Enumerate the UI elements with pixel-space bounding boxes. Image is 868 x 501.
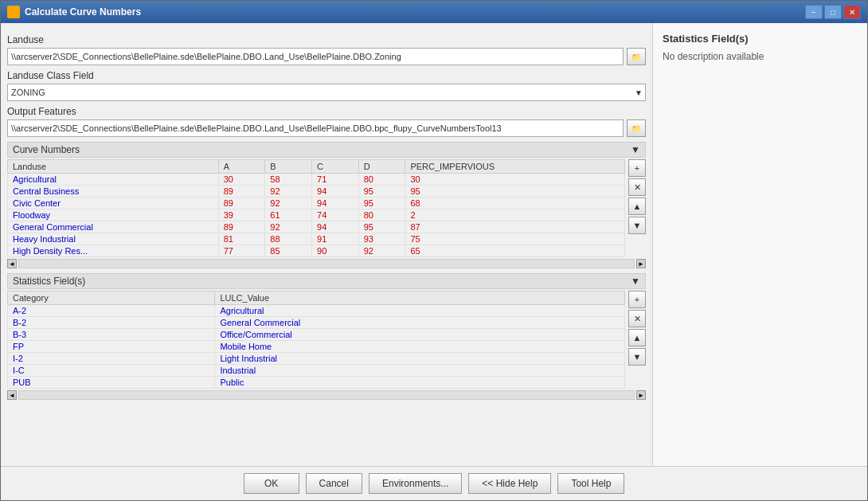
ok-button[interactable]: OK — [244, 473, 299, 494]
hide-help-button[interactable]: << Hide Help — [468, 473, 551, 494]
table-row: A-2Agricultural — [8, 305, 625, 317]
right-panel: Statistics Field(s) No description avail… — [652, 23, 867, 466]
output-features-browse-button[interactable]: 📁 — [627, 119, 646, 137]
close-button[interactable]: ✕ — [843, 5, 861, 19]
landuse-input[interactable] — [7, 48, 624, 65]
tool-help-button[interactable]: Tool Help — [557, 473, 624, 494]
table-cell: 94 — [312, 186, 359, 198]
curve-numbers-down-button[interactable]: ▼ — [628, 217, 646, 234]
table-row: Agricultural3058718030 — [8, 174, 625, 186]
landuse-class-field-label: Landuse Class Field — [7, 70, 646, 81]
table-cell: B-3 — [8, 329, 215, 341]
table-row: FPMobile Home — [8, 341, 625, 353]
table-cell: Heavy Industrial — [8, 233, 219, 245]
statistics-fields-scroll[interactable]: CategoryLULC_Value A-2AgriculturalB-2Gen… — [7, 291, 625, 389]
curve-numbers-arrow: ▼ — [631, 144, 640, 155]
table-cell: 88 — [265, 233, 312, 245]
table-row: Central Business8992949595 — [8, 186, 625, 198]
table-row: I-2Light Industrial — [8, 353, 625, 365]
table-row: I-CIndustrial — [8, 365, 625, 377]
landuse-class-field-row: ▼ — [7, 84, 646, 101]
table-cell: I-2 — [8, 353, 215, 365]
curve-numbers-header: Curve Numbers ▼ — [7, 142, 646, 158]
output-features-label: Output Features — [7, 106, 646, 117]
environments-button[interactable]: Environments... — [369, 473, 462, 494]
statistics-fields-label: Statistics Field(s) — [13, 276, 85, 287]
curve-numbers-add-button[interactable]: + — [628, 159, 646, 177]
curve-numbers-section: Curve Numbers ▼ LanduseABCDPERC_IMPERVIO… — [7, 142, 646, 268]
table-cell: General Commercial — [215, 317, 625, 329]
minimize-button[interactable]: − — [805, 5, 823, 19]
table-cell: 89 — [218, 221, 265, 233]
stats-hscrollbar[interactable] — [18, 390, 635, 400]
landuse-browse-button[interactable]: 📁 — [627, 48, 646, 65]
table-cell: 87 — [405, 221, 625, 233]
landuse-class-field-input[interactable] — [7, 84, 646, 101]
left-panel: Landuse 📁 Landuse Class Field ▼ Output F… — [1, 23, 652, 466]
bottom-bar: OK Cancel Environments... << Hide Help T… — [1, 466, 867, 500]
table-row: Heavy Industrial8188919375 — [8, 233, 625, 245]
table-cell: Industrial — [215, 365, 625, 377]
curve-numbers-col-perc-impervious: PERC_IMPERVIOUS — [405, 160, 625, 174]
table-cell: General Commercial — [8, 221, 219, 233]
main-window: Calculate Curve Numbers − □ ✕ Landuse 📁 … — [0, 0, 868, 501]
table-row: Floodway396174802 — [8, 209, 625, 221]
table-cell: Central Business — [8, 186, 219, 198]
table-row: Civic Center8992949568 — [8, 198, 625, 209]
table-cell: Light Industrial — [215, 353, 625, 365]
stats-scroll-left[interactable]: ◄ — [7, 390, 17, 400]
curve-numbers-table: LanduseABCDPERC_IMPERVIOUS Agricultural3… — [7, 159, 625, 257]
title-bar: Calculate Curve Numbers − □ ✕ — [1, 1, 867, 23]
table-cell: 77 — [218, 245, 265, 257]
stats-add-button[interactable]: + — [628, 291, 646, 308]
stats-up-button[interactable]: ▲ — [628, 329, 646, 346]
curve-numbers-col-landuse: Landuse — [8, 160, 219, 174]
table-cell: 71 — [312, 174, 359, 186]
statistics-fields-section: Statistics Field(s) ▼ CategoryLULC_Value… — [7, 273, 646, 400]
curve-numbers-scroll[interactable]: LanduseABCDPERC_IMPERVIOUS Agricultural3… — [7, 159, 625, 257]
curve-numbers-col-a: A — [218, 160, 265, 174]
table-cell: 65 — [405, 245, 625, 257]
stats-scrollbar-area: ◄ ► — [7, 390, 646, 400]
table-cell: 95 — [358, 186, 405, 198]
curve-numbers-header-row: LanduseABCDPERC_IMPERVIOUS — [8, 160, 625, 174]
table-cell: 94 — [312, 198, 359, 209]
landuse-class-field-wrapper: ▼ — [7, 84, 646, 101]
cancel-button[interactable]: Cancel — [306, 473, 362, 494]
statistics-fields-table-area: CategoryLULC_Value A-2AgriculturalB-2Gen… — [7, 291, 646, 389]
landuse-label: Landuse — [7, 34, 646, 45]
curve-numbers-scrollbar-area: ◄ ► — [7, 259, 646, 268]
table-cell: Office/Commercial — [215, 329, 625, 341]
table-cell: 58 — [265, 174, 312, 186]
main-content: Landuse 📁 Landuse Class Field ▼ Output F… — [1, 23, 867, 466]
curve-numbers-scroll-right[interactable]: ► — [636, 259, 646, 268]
table-cell: Floodway — [8, 209, 219, 221]
curve-numbers-col-c: C — [312, 160, 359, 174]
table-cell: 90 — [312, 245, 359, 257]
curve-numbers-scroll-left[interactable]: ◄ — [7, 259, 17, 268]
curve-numbers-label: Curve Numbers — [13, 144, 80, 155]
right-panel-title: Statistics Field(s) — [663, 33, 858, 45]
table-row: General Commercial8992949587 — [8, 221, 625, 233]
curve-numbers-hscrollbar[interactable] — [18, 259, 635, 268]
output-features-row: 📁 — [7, 119, 646, 137]
table-cell: 30 — [218, 174, 265, 186]
table-cell: 95 — [405, 186, 625, 198]
table-row: High Density Res...7785909265 — [8, 245, 625, 257]
table-cell: Mobile Home — [215, 341, 625, 353]
curve-numbers-up-button[interactable]: ▲ — [628, 198, 646, 215]
title-bar-controls: − □ ✕ — [805, 5, 861, 19]
statistics-fields-controls: + ✕ ▲ ▼ — [628, 291, 646, 389]
statistics-fields-header: Statistics Field(s) ▼ — [7, 273, 646, 289]
table-cell: 91 — [312, 233, 359, 245]
table-cell: 75 — [405, 233, 625, 245]
stats-col-category: Category — [8, 292, 215, 305]
curve-numbers-delete-button[interactable]: ✕ — [628, 178, 646, 196]
stats-delete-button[interactable]: ✕ — [628, 310, 646, 327]
statistics-fields-header-row: CategoryLULC_Value — [8, 292, 625, 305]
curve-numbers-col-d: D — [358, 160, 405, 174]
stats-scroll-right[interactable]: ► — [636, 390, 646, 400]
stats-down-button[interactable]: ▼ — [628, 348, 646, 366]
output-features-input[interactable] — [7, 119, 624, 137]
maximize-button[interactable]: □ — [824, 5, 842, 19]
